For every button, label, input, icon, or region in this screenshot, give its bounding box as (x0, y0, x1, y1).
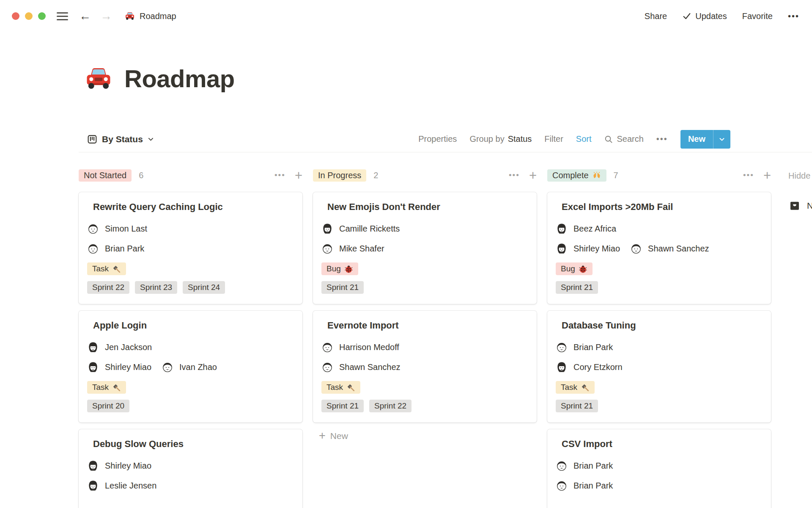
person-name: Shirley Miao (573, 244, 620, 254)
close-window-button[interactable] (12, 12, 19, 20)
card-sprints-row: Sprint 21 (556, 400, 763, 412)
column-cards: New Emojis Don't Render Camille Ricketts… (313, 192, 537, 422)
person[interactable]: Ivan Zhao (162, 361, 217, 373)
board-card[interactable]: New Emojis Don't Render Camille Ricketts… (313, 192, 537, 304)
group-by-button[interactable]: Group byStatus (469, 134, 532, 144)
sprint-chip[interactable]: Sprint 22 (369, 400, 411, 412)
tag-chip[interactable]: Task (556, 381, 595, 394)
person[interactable]: Shawn Sanchez (321, 361, 401, 373)
sprint-chip[interactable]: Sprint 22 (87, 281, 129, 294)
column-badge[interactable]: Not Started (79, 169, 132, 182)
person[interactable]: Brian Park (556, 341, 613, 353)
minimize-window-button[interactable] (25, 12, 33, 20)
column-new-button[interactable]: + New (313, 430, 537, 442)
person[interactable]: Shawn Sanchez (630, 243, 709, 254)
person[interactable]: Shirley Miao (87, 361, 151, 373)
tag-label: Sprint 21 (326, 283, 359, 292)
zoom-window-button[interactable] (38, 12, 46, 20)
column-add-icon[interactable]: + (763, 169, 771, 182)
person[interactable]: Brian Park (556, 480, 613, 491)
person-name: Ivan Zhao (179, 362, 217, 372)
person[interactable]: Brian Park (556, 460, 613, 472)
person[interactable]: Beez Africa (556, 223, 616, 235)
tag-chip[interactable]: Task (87, 381, 126, 394)
hammer-icon (346, 383, 355, 392)
page-icon-car[interactable] (85, 65, 112, 93)
tag-chip[interactable]: Task (87, 262, 126, 275)
check-icon (682, 11, 691, 21)
board-card[interactable]: CSV Import Brian Park Brian Park (547, 429, 771, 508)
updates-button[interactable]: Updates (682, 11, 727, 21)
card-body: Brian Park Brian Park (556, 460, 763, 491)
person-avatar-man-icon (321, 341, 333, 353)
forward-arrow-icon[interactable]: → (100, 10, 112, 22)
card-title: Rewrite Query Caching Logic (93, 202, 223, 213)
column-more-icon[interactable]: ••• (274, 171, 285, 180)
share-button[interactable]: Share (645, 11, 667, 21)
column-more-icon[interactable]: ••• (509, 171, 520, 180)
person[interactable]: Mike Shafer (321, 243, 384, 254)
view-selector[interactable]: By Status (87, 134, 154, 144)
person[interactable]: Camille Ricketts (321, 223, 400, 235)
card-title: CSV Import (562, 439, 612, 450)
sort-button[interactable]: Sort (576, 134, 592, 144)
tag-label: Sprint 20 (92, 401, 124, 411)
card-body: Shirley Miao Leslie Jensen (87, 460, 294, 491)
board-card[interactable]: Evernote Import Harrison Medoff Shawn Sa… (313, 311, 537, 422)
tag-chip[interactable]: Task (321, 381, 360, 394)
column-badge[interactable]: In Progress (313, 169, 366, 182)
hidden-columns-label[interactable]: Hidde (788, 171, 812, 181)
tag-label: Sprint 22 (374, 401, 406, 411)
person[interactable]: Cory Etzkorn (556, 361, 623, 373)
inbox-icon (788, 199, 801, 212)
sprint-chip[interactable]: Sprint 21 (321, 400, 364, 412)
person[interactable]: Jen Jackson (87, 341, 152, 353)
person[interactable]: Shirley Miao (556, 243, 620, 254)
person-name: Shirley Miao (105, 461, 151, 471)
properties-button[interactable]: Properties (418, 134, 457, 144)
tag-label: Sprint 24 (188, 283, 220, 292)
sprint-chip[interactable]: Sprint 21 (556, 400, 598, 412)
search-button[interactable]: Search (604, 134, 643, 144)
new-button[interactable]: New (680, 130, 730, 149)
tag-chip[interactable]: Bug (321, 262, 358, 275)
new-button-label[interactable]: New (680, 130, 713, 149)
board-card[interactable]: Excel Imports >20Mb Fail Beez Africa Shi… (547, 192, 771, 304)
column-count: 6 (139, 171, 143, 180)
board-card[interactable]: Debug Slow Queries Shirley Miao Leslie J… (79, 429, 302, 508)
favorite-button[interactable]: Favorite (742, 11, 773, 21)
sprint-chip[interactable]: Sprint 20 (87, 400, 129, 412)
new-button-dropdown[interactable] (713, 130, 730, 149)
toolbar-more-icon[interactable]: ••• (656, 134, 668, 144)
column-add-icon[interactable]: + (529, 169, 537, 182)
board-card[interactable]: Rewrite Query Caching Logic Simon Last B… (79, 192, 302, 304)
person[interactable]: Simon Last (87, 223, 147, 235)
card-people-row: Brian Park (556, 341, 763, 353)
breadcrumb[interactable]: Roadmap (125, 11, 176, 21)
tag-chip[interactable]: Bug (556, 262, 593, 275)
back-arrow-icon[interactable]: ← (79, 10, 91, 22)
person[interactable]: Shirley Miao (87, 460, 151, 472)
board-card[interactable]: Database Tuning Brian Park Cory Etzkorn … (547, 311, 771, 422)
board-card[interactable]: Apple Login Jen Jackson Shirley Miao Iva… (79, 311, 302, 422)
person[interactable]: Leslie Jensen (87, 480, 156, 491)
more-options-icon[interactable]: ••• (788, 11, 799, 21)
person-name: Shawn Sanchez (339, 362, 401, 372)
person[interactable]: Brian Park (87, 243, 144, 254)
person-avatar-man-icon (321, 243, 333, 254)
column-add-icon[interactable]: + (295, 169, 302, 182)
sprint-chip[interactable]: Sprint 21 (556, 281, 598, 294)
person-avatar-man-icon (87, 243, 99, 254)
sprint-chip[interactable]: Sprint 24 (183, 281, 225, 294)
card-title-row: CSV Import (556, 439, 763, 450)
column-badge[interactable]: Complete (547, 169, 606, 182)
avatar (556, 341, 568, 353)
sprint-chip[interactable]: Sprint 23 (135, 281, 177, 294)
no-status-group[interactable]: N (788, 199, 812, 212)
sprint-chip[interactable]: Sprint 21 (321, 281, 364, 294)
column-more-icon[interactable]: ••• (743, 171, 754, 180)
person[interactable]: Harrison Medoff (321, 341, 399, 353)
card-sprints-row: Sprint 21 Sprint 22 (321, 400, 528, 412)
sidebar-toggle-icon[interactable] (57, 12, 68, 20)
filter-button[interactable]: Filter (544, 134, 563, 144)
